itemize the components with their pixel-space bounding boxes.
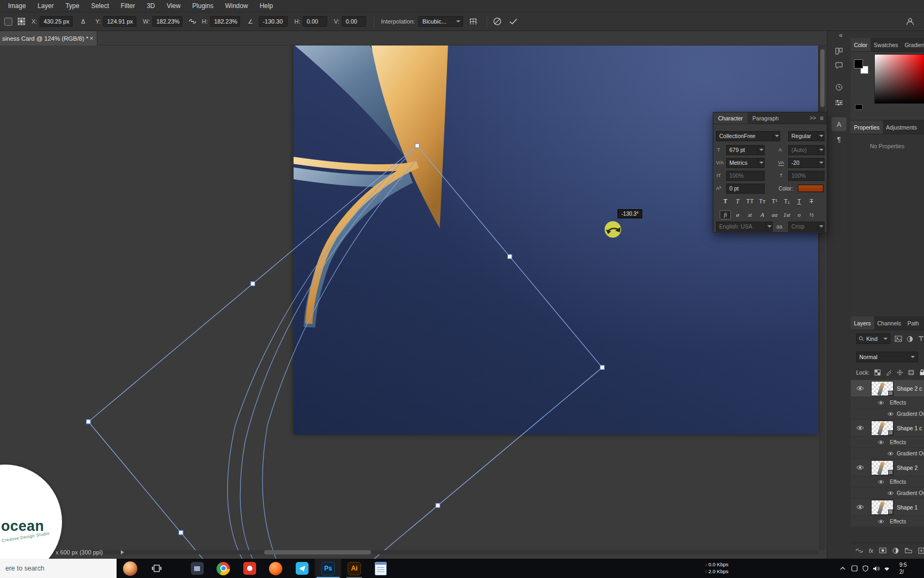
faux-italic-button[interactable]: T xyxy=(732,197,743,206)
black-color-chip[interactable] xyxy=(855,104,863,110)
layer-row[interactable]: Shape 2 c xyxy=(851,380,924,397)
tab-adjustments[interactable]: Adjustments xyxy=(883,120,920,134)
visibility-eye-icon[interactable] xyxy=(877,400,887,405)
rotation-angle-field[interactable]: -130.30 xyxy=(259,16,288,27)
layer-row[interactable]: Shape 1 xyxy=(851,499,924,516)
menu-help[interactable]: Help xyxy=(254,0,279,12)
language-dropdown[interactable]: English: USA xyxy=(716,222,773,232)
task-view-button[interactable] xyxy=(143,559,170,578)
titling-alternates-button[interactable]: 1st xyxy=(781,210,792,219)
taskbar-notepad[interactable] xyxy=(367,559,394,578)
tab-swatches[interactable]: Swatches xyxy=(871,38,902,51)
tab-channels[interactable]: Channels xyxy=(874,316,904,330)
stylistic-alternates-button[interactable]: aa xyxy=(769,210,780,219)
link-layers-icon[interactable] xyxy=(856,548,863,553)
vertical-scale-field[interactable]: 100% xyxy=(726,171,765,181)
menu-plugins[interactable]: Plugins xyxy=(187,0,219,12)
canvas-pasteboard[interactable] xyxy=(0,45,827,559)
layer-row[interactable]: Shape 1 c xyxy=(851,420,924,437)
layer-name[interactable]: Shape 1 xyxy=(897,504,918,511)
kerning-field[interactable]: Metrics xyxy=(726,158,765,168)
type-color-swatch[interactable] xyxy=(798,185,823,192)
tab-gradients[interactable]: Gradien xyxy=(902,38,924,51)
tool-preset-icon[interactable] xyxy=(4,18,12,26)
menu-filter[interactable]: Filter xyxy=(115,0,141,12)
tab-character[interactable]: Character xyxy=(713,112,748,124)
volume-icon[interactable] xyxy=(871,566,881,572)
effect-item-row[interactable]: Gradient Ov xyxy=(851,448,924,459)
close-tab-icon[interactable]: × xyxy=(88,34,95,42)
small-caps-button[interactable]: Tᴛ xyxy=(757,197,768,206)
new-layer-icon[interactable] xyxy=(918,547,924,554)
visibility-eye-icon[interactable] xyxy=(887,451,894,456)
effects-row[interactable]: Effects xyxy=(851,516,924,527)
lock-transparency-icon[interactable] xyxy=(874,369,881,376)
swash-button[interactable]: A xyxy=(757,210,768,219)
visibility-eye-icon[interactable] xyxy=(856,465,866,470)
visibility-eye-icon[interactable] xyxy=(887,491,894,496)
new-group-icon[interactable] xyxy=(905,547,912,553)
discretionary-ligatures-button[interactable]: st xyxy=(744,210,756,219)
superscript-button[interactable]: T¹ xyxy=(769,197,780,206)
document-tab[interactable]: siness Card @ 124% (RGB/8) * × xyxy=(0,31,97,45)
network-icon[interactable] xyxy=(881,566,892,571)
filter-kind-dropdown[interactable]: Kind xyxy=(856,333,890,344)
tab-paths[interactable]: Path xyxy=(904,316,922,330)
foreground-color-swatch[interactable] xyxy=(854,59,863,69)
subscript-button[interactable]: T₁ xyxy=(781,197,792,206)
effects-label[interactable]: Effects xyxy=(890,400,906,406)
horizontal-skew-field[interactable]: 0.00 xyxy=(303,16,327,27)
adjustments-panel-icon[interactable] xyxy=(831,96,846,110)
commit-transform-button[interactable] xyxy=(507,16,519,27)
visibility-eye-icon[interactable] xyxy=(877,519,887,524)
panel-menu-icon[interactable]: ≡ xyxy=(820,115,823,122)
collapse-panels-icon[interactable]: « xyxy=(839,32,843,39)
standard-ligatures-button[interactable]: fi xyxy=(720,210,731,219)
height-scale-field[interactable]: 182.23% xyxy=(210,16,240,27)
fractions-button[interactable]: ½ xyxy=(806,210,817,219)
warp-mode-button[interactable] xyxy=(467,16,479,27)
menu-image[interactable]: Image xyxy=(2,0,32,12)
menu-select[interactable]: Select xyxy=(85,0,114,12)
taskbar-app-1[interactable] xyxy=(184,559,210,578)
tray-clock[interactable]: 9:5 2/ xyxy=(899,561,924,575)
tab-color[interactable]: Color xyxy=(851,38,871,51)
layer-name[interactable]: Shape 2 xyxy=(897,465,918,471)
cortana-button[interactable] xyxy=(117,559,143,578)
taskbar-photoshop[interactable]: Ps xyxy=(315,559,341,578)
new-adjustment-layer-icon[interactable] xyxy=(892,547,899,554)
taskbar-chrome[interactable] xyxy=(210,559,236,578)
effect-item-row[interactable]: Gradient Ov xyxy=(851,488,924,499)
effect-item-row[interactable]: Gradient Ov xyxy=(851,408,924,420)
visibility-eye-icon[interactable] xyxy=(877,440,887,445)
blend-mode-dropdown[interactable]: Normal xyxy=(856,352,918,362)
menu-3d[interactable]: 3D xyxy=(141,0,160,12)
lock-position-icon[interactable] xyxy=(897,369,903,376)
visibility-eye-icon[interactable] xyxy=(856,504,866,510)
x-position-field[interactable]: 430.25 px xyxy=(40,16,73,27)
filter-adjustment-layers-icon[interactable] xyxy=(906,336,913,343)
reference-point-locator[interactable] xyxy=(18,18,25,25)
character-panel-icon[interactable]: A xyxy=(831,117,846,131)
effects-row[interactable]: Effects xyxy=(851,476,924,488)
effects-row[interactable]: Effects xyxy=(851,437,924,448)
visibility-eye-icon[interactable] xyxy=(856,385,866,391)
contextual-alternates-button[interactable]: ø xyxy=(732,210,743,219)
lock-artboard-icon[interactable] xyxy=(908,369,914,376)
effects-label[interactable]: Effects xyxy=(890,519,906,524)
y-position-field[interactable]: 124.91 px xyxy=(103,16,136,27)
font-style-dropdown[interactable]: Regular xyxy=(788,131,825,141)
visibility-eye-icon[interactable] xyxy=(887,412,894,416)
filter-type-layers-icon[interactable] xyxy=(918,336,924,342)
interpolation-dropdown[interactable]: Bicubic... xyxy=(418,16,463,27)
taskbar-app-4[interactable] xyxy=(289,559,315,578)
strikethrough-button[interactable]: T xyxy=(806,197,817,206)
tab-properties[interactable]: Properties xyxy=(851,120,883,134)
effects-label[interactable]: Effects xyxy=(890,479,906,485)
layer-name[interactable]: Shape 2 c xyxy=(897,385,922,392)
horizontal-scrollbar-thumb[interactable] xyxy=(264,550,371,554)
filter-pixel-layers-icon[interactable] xyxy=(895,336,902,342)
vertical-scrollbar-thumb[interactable] xyxy=(820,49,825,107)
font-size-field[interactable]: 679 pt xyxy=(726,145,765,155)
leading-field[interactable]: (Auto) xyxy=(788,145,825,155)
